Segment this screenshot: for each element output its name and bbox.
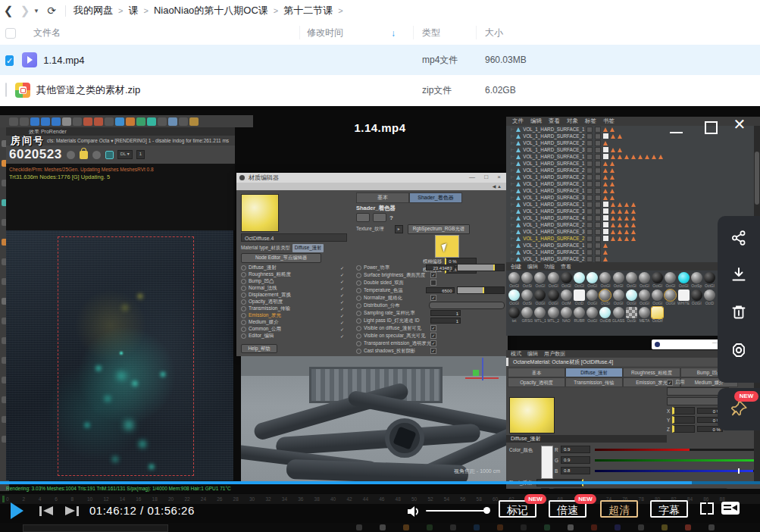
material-swatch[interactable]: OctGl <box>638 271 651 288</box>
record-icon[interactable] <box>730 342 747 358</box>
material-channel[interactable]: Roughness_粗糙度✓ <box>241 271 350 278</box>
material-swatch[interactable]: OctGl <box>677 271 690 288</box>
channel-value[interactable]: 0.8 <box>561 467 590 474</box>
column-size[interactable]: 大小 <box>485 27 503 39</box>
material-swatch[interactable]: WHITE <box>677 289 690 305</box>
material-swatch[interactable]: OctGl <box>508 271 521 288</box>
download-icon[interactable] <box>730 266 747 283</box>
material-swatch[interactable]: RUBR <box>573 306 586 323</box>
material-channel[interactable]: Emission_发光✓ <box>241 312 350 319</box>
object-row[interactable]: ⊢VOL_1_HARD_SURFACE_1 <box>506 160 760 167</box>
node-editor-button[interactable]: Node Editor_节点编辑器 <box>241 253 321 263</box>
attributes-tab[interactable]: Roughness_粗糙度 <box>623 368 680 377</box>
taskbar-app-icon[interactable] <box>427 524 433 530</box>
material-swatch[interactable]: OctGl <box>547 271 560 288</box>
material-swatch[interactable]: OctGl <box>533 289 546 305</box>
material-swatch[interactable]: OctGl <box>690 289 703 305</box>
share-icon[interactable] <box>730 230 747 246</box>
material-swatch[interactable]: OctDif <box>651 306 664 323</box>
object-row[interactable]: ⊢VOL_1_HARD_SURFACE_1 <box>506 187 760 194</box>
material-swatch[interactable]: OctGl <box>703 271 716 288</box>
file-name[interactable]: 其他管道之类的素材.zip <box>36 83 140 97</box>
history-caret-icon[interactable]: ▼ <box>33 8 42 14</box>
color-preview-swatch[interactable] <box>541 446 553 479</box>
channel-value[interactable]: 0.9 <box>561 446 590 453</box>
back-icon[interactable]: ❮ <box>0 4 17 17</box>
param-slider[interactable] <box>457 264 505 271</box>
param-checkbox[interactable] <box>430 280 436 286</box>
video-progress-bar[interactable] <box>0 481 760 484</box>
maximize-button[interactable] <box>705 121 718 134</box>
param-field[interactable] <box>429 302 505 309</box>
channel-track[interactable] <box>595 459 758 462</box>
taskbar-app-icon[interactable] <box>356 524 362 530</box>
material-editor-tab[interactable]: 基本 <box>356 192 409 203</box>
material-swatch[interactable]: OctGl <box>586 271 599 288</box>
volume-slider[interactable] <box>426 510 486 512</box>
play-button[interactable] <box>11 502 23 519</box>
file-name[interactable]: 1.14.mp4 <box>43 55 84 66</box>
fullscreen-icon[interactable] <box>700 502 714 515</box>
material-swatch[interactable]: OctGl <box>625 271 638 288</box>
material-swatch[interactable]: OctSi <box>625 306 638 323</box>
material-swatch[interactable]: OctGl <box>651 289 664 305</box>
param-checkbox[interactable]: ✓ <box>430 348 436 354</box>
sort-desc-icon[interactable]: ↓ <box>391 28 396 39</box>
material-name-field[interactable]: OctDiffuse.4 <box>241 233 347 242</box>
material-swatch[interactable]: tet <box>508 306 521 323</box>
forward-icon[interactable]: ❯ <box>17 4 33 17</box>
material-swatch[interactable]: MTL_1 <box>533 306 546 323</box>
material-channel[interactable]: Displacement_置换✓ <box>241 292 350 299</box>
breadcrumb-item[interactable]: 课 <box>128 4 138 17</box>
column-modified[interactable]: 修改时间 <box>307 27 343 39</box>
param-value[interactable]: 1 <box>430 318 461 324</box>
material-swatch[interactable]: OctGl <box>638 289 651 305</box>
taskbar-app-icon[interactable] <box>591 524 597 530</box>
material-editor-tab[interactable]: Shader_着色器 <box>409 192 462 203</box>
select-all-checkbox[interactable] <box>5 28 16 39</box>
material-swatch[interactable]: OctSi <box>521 289 533 305</box>
axis-bar[interactable] <box>672 425 695 433</box>
channel-checkbox[interactable]: ✓ <box>340 327 344 332</box>
param-slider[interactable] <box>457 286 505 294</box>
axis-bar[interactable] <box>672 407 695 415</box>
material-swatch[interactable]: OctGl <box>573 271 586 288</box>
material-swatch[interactable]: OctSi <box>599 289 611 305</box>
material-swatch[interactable]: OctGl <box>599 271 611 288</box>
taskbar-app-icon[interactable] <box>568 524 574 530</box>
object-row[interactable]: ⊢VOL_1_HARD_SURFACE_2 <box>506 167 760 174</box>
channel-checkbox[interactable]: ✓ <box>340 306 344 311</box>
material-channel[interactable]: Common_公用✓ <box>241 326 350 333</box>
material-channel[interactable]: Medium_媒介✓ <box>241 319 350 326</box>
material-swatch[interactable]: GLASS <box>612 306 625 323</box>
taskbar-app-icon[interactable] <box>708 524 715 530</box>
material-swatch[interactable]: MTL_2 <box>547 306 560 323</box>
attributes-tab[interactable]: 基本 <box>508 368 565 377</box>
material-swatch[interactable]: OctGl <box>612 289 625 305</box>
swatch-menu-item[interactable]: 创建 <box>511 263 521 271</box>
playlist-icon[interactable] <box>721 502 740 515</box>
taskbar-app-icon[interactable] <box>615 524 621 530</box>
channel-checkbox[interactable]: ✓ <box>340 279 344 284</box>
material-swatch[interactable]: META <box>638 306 651 323</box>
material-swatch[interactable]: OctDB <box>599 306 611 323</box>
taskbar-app-icon[interactable] <box>685 524 691 530</box>
channel-checkbox[interactable]: ✓ <box>340 313 344 318</box>
previous-button[interactable] <box>39 506 56 516</box>
breadcrumb-item[interactable]: 第十二节课 <box>283 4 333 17</box>
taskbar-app-icon[interactable] <box>450 524 456 530</box>
taskbar-app-icon[interactable] <box>661 524 668 530</box>
material-swatch[interactable]: OctGl <box>664 289 677 305</box>
taskbar-app-icon[interactable] <box>521 524 527 530</box>
attributes-menu-item[interactable]: 用户数据 <box>544 350 565 358</box>
material-swatch[interactable]: OctGl <box>612 271 625 288</box>
param-checkbox[interactable]: ✓ <box>430 295 436 301</box>
channel-checkbox[interactable]: ✓ <box>340 299 344 305</box>
param-checkbox[interactable]: ✓ <box>430 333 436 339</box>
material-channel[interactable]: Normal_法线✓ <box>241 285 350 292</box>
material-swatch[interactable]: OctGl <box>508 289 521 305</box>
minimize-button[interactable] <box>670 119 683 133</box>
material-swatch[interactable]: OctGl <box>560 271 573 288</box>
texture-field[interactable] <box>552 488 728 489</box>
taskbar-app-icon[interactable] <box>380 524 386 530</box>
